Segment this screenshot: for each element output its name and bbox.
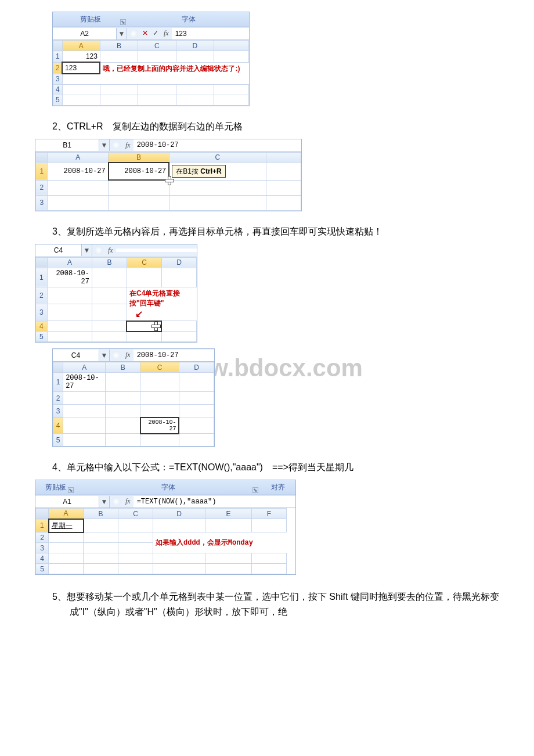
col-header[interactable]: D xyxy=(176,41,214,51)
row-header[interactable]: 3 xyxy=(36,195,48,210)
namebox-dropdown-icon[interactable]: ▼ xyxy=(99,139,110,151)
col-header[interactable]: D xyxy=(153,509,205,519)
row-header[interactable]: 5 xyxy=(36,332,48,342)
cell[interactable] xyxy=(169,180,266,195)
row-header[interactable]: 2 xyxy=(53,392,63,405)
cell[interactable] xyxy=(205,564,252,574)
cell[interactable] xyxy=(47,304,92,321)
cell[interactable] xyxy=(214,95,248,105)
cell[interactable] xyxy=(214,51,248,63)
cell[interactable] xyxy=(205,519,252,532)
col-header[interactable] xyxy=(214,41,248,51)
cell[interactable] xyxy=(118,532,153,543)
row-header[interactable]: 5 xyxy=(53,95,63,105)
row-header[interactable]: 2 xyxy=(53,62,63,74)
cell[interactable] xyxy=(266,163,301,180)
row-header[interactable]: 2 xyxy=(36,287,48,304)
cell[interactable] xyxy=(140,373,179,392)
fx-icon[interactable]: fx xyxy=(105,244,116,257)
cell[interactable] xyxy=(48,195,109,210)
grid[interactable]: A B C D 1 2008-10-27 2 3 4 2008-10-27 xyxy=(53,362,214,447)
namebox-dropdown-icon[interactable]: ▼ xyxy=(99,350,110,361)
cell[interactable] xyxy=(176,95,214,105)
col-header[interactable]: A xyxy=(63,362,106,373)
name-box[interactable]: B1 xyxy=(35,139,99,151)
cell[interactable] xyxy=(47,332,92,342)
col-header[interactable]: C xyxy=(127,257,161,268)
formula-input[interactable] xyxy=(116,249,197,252)
cell[interactable] xyxy=(92,268,127,287)
cell[interactable] xyxy=(179,392,214,405)
cell[interactable] xyxy=(92,332,127,342)
row-header[interactable]: 1 xyxy=(53,51,63,63)
fx-icon[interactable]: fx xyxy=(122,139,134,152)
cell-active[interactable]: 123 xyxy=(62,62,100,74)
row-header[interactable]: 4 xyxy=(53,84,63,95)
cell[interactable] xyxy=(252,564,287,574)
cell[interactable] xyxy=(169,195,266,210)
cell-active[interactable] xyxy=(127,321,161,332)
ribbon-expand-icon[interactable]: ⬊ xyxy=(68,487,74,493)
row-header[interactable]: 2 xyxy=(36,532,49,543)
select-all-corner[interactable] xyxy=(53,362,63,373)
cell[interactable] xyxy=(266,180,301,195)
row-header[interactable]: 4 xyxy=(53,417,63,434)
cell[interactable] xyxy=(84,543,118,553)
cell[interactable] xyxy=(62,95,100,105)
cell[interactable] xyxy=(266,195,301,210)
cell[interactable] xyxy=(63,405,106,417)
cell[interactable] xyxy=(176,84,214,95)
cell[interactable] xyxy=(252,519,287,532)
col-header[interactable]: A xyxy=(62,41,100,51)
name-box[interactable]: A1 xyxy=(35,496,99,507)
cell[interactable] xyxy=(179,434,214,447)
col-header[interactable]: A xyxy=(49,509,84,519)
cell[interactable] xyxy=(106,405,140,417)
cell[interactable] xyxy=(49,532,84,543)
cell[interactable] xyxy=(127,268,161,287)
cell[interactable] xyxy=(106,434,140,447)
fx-icon[interactable]: fx xyxy=(122,349,134,361)
cell[interactable] xyxy=(161,321,196,332)
cell[interactable] xyxy=(118,543,153,553)
row-header[interactable]: 1 xyxy=(36,268,48,287)
row-header[interactable]: 1 xyxy=(36,519,49,532)
cell[interactable] xyxy=(92,321,127,332)
cell[interactable]: 2008-10-27 xyxy=(63,373,106,392)
col-header[interactable]: C xyxy=(140,362,179,373)
cell[interactable] xyxy=(179,373,214,392)
cell[interactable] xyxy=(140,392,179,405)
row-header[interactable]: 3 xyxy=(36,543,49,553)
formula-input[interactable]: =TEXT(NOW(),"aaaa") xyxy=(134,496,295,507)
select-all-corner[interactable] xyxy=(36,152,48,163)
cell[interactable] xyxy=(62,84,100,95)
col-header[interactable]: B xyxy=(92,257,127,268)
cell[interactable] xyxy=(138,51,176,63)
cell[interactable] xyxy=(84,564,118,574)
cell[interactable] xyxy=(49,553,84,564)
formula-input[interactable]: 2008-10-27 xyxy=(134,139,301,151)
col-header[interactable]: D xyxy=(179,362,214,373)
select-all-corner[interactable] xyxy=(36,509,49,519)
cell[interactable] xyxy=(118,553,153,564)
ribbon-expand-icon[interactable]: ⬊ xyxy=(252,487,258,493)
cell-copied[interactable]: 2008-10-27 xyxy=(47,268,92,287)
cell[interactable] xyxy=(214,84,248,95)
formula-input[interactable]: 2008-10-27 xyxy=(134,350,214,361)
row-header[interactable]: 4 xyxy=(36,553,49,564)
cell[interactable] xyxy=(179,417,214,434)
ribbon-expand-icon[interactable]: ⬊ xyxy=(120,19,126,25)
cell-active[interactable]: 2008-10-27 xyxy=(109,163,169,180)
cell[interactable] xyxy=(118,564,153,574)
col-header[interactable]: C xyxy=(118,509,153,519)
grid[interactable]: A B C 1 2008-10-27 2008-10-27 在B1按 Ctrl+… xyxy=(35,152,301,211)
row-header[interactable]: 5 xyxy=(36,564,49,574)
cell[interactable] xyxy=(106,392,140,405)
col-header[interactable]: B xyxy=(84,509,118,519)
row-header[interactable]: 1 xyxy=(53,373,63,392)
row-header[interactable]: 5 xyxy=(53,434,63,447)
cell[interactable] xyxy=(140,405,179,417)
fx-icon[interactable]: fx xyxy=(161,27,172,39)
col-header[interactable]: D xyxy=(161,257,196,268)
cell[interactable] xyxy=(138,84,176,95)
